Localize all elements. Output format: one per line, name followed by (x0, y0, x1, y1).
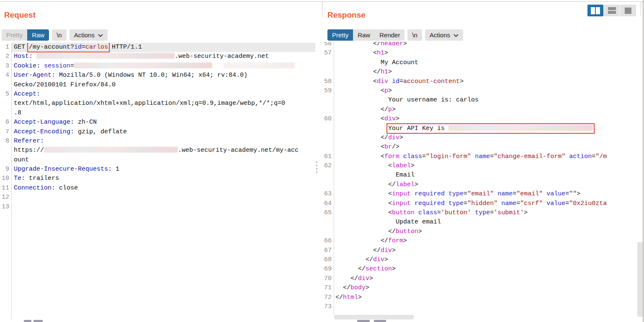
request-tab-pretty[interactable]: Pretty (2, 29, 27, 41)
response-search-button-2[interactable] (374, 320, 386, 322)
request-search-button[interactable] (24, 320, 31, 322)
response-tab-pretty[interactable]: Pretty (327, 29, 353, 41)
code-line-text[interactable]: </label> (334, 180, 640, 190)
code-line-text[interactable]: Upgrade-Insecure-Requests: 1 (11, 165, 315, 174)
code-line-text[interactable]: <label> (334, 161, 640, 171)
code-line-text[interactable]: Connection: close (11, 184, 315, 193)
code-token: > (577, 190, 580, 197)
code-line-text[interactable]: <form class="login-form" name="change-em… (334, 152, 640, 161)
code-line-text[interactable]: </button> (334, 227, 640, 236)
code-line-text[interactable]: .8 (11, 109, 315, 118)
code-line-text[interactable]: User-Agent: Mozilla/5.0 (Windows NT 10.0… (11, 71, 315, 80)
code-line: <br/> (322, 143, 640, 152)
code-token: type (475, 209, 490, 216)
code-token: class (418, 209, 437, 216)
response-tab-render[interactable]: Render (375, 29, 404, 41)
code-line-text[interactable]: </h1> (334, 68, 640, 77)
code-line-text[interactable]: Referer: (11, 137, 315, 146)
line-number (0, 80, 11, 90)
response-horizontal-scrollbar[interactable] (334, 315, 414, 319)
code-line-text[interactable]: </body> (334, 283, 640, 293)
split-columns-view-button[interactable] (587, 5, 603, 16)
request-editor[interactable]: 1GET /my-account?id=carlos HTTP/1.12Host… (0, 43, 315, 319)
code-token: h1 (381, 68, 388, 75)
code-line-text[interactable]: </html> (334, 293, 640, 302)
response-vertical-scrollbar[interactable] (637, 242, 643, 317)
response-search-button[interactable] (357, 320, 370, 322)
code-line-text[interactable]: Email (334, 171, 640, 180)
code-token: .web-security-academy.net (175, 53, 269, 60)
code-line-text[interactable]: Cookie: session= (11, 62, 315, 71)
code-token: 'submit' (494, 209, 524, 216)
code-line-text[interactable]: Gecko/20100101 Firefox/84.0 (11, 80, 315, 90)
response-tab-raw[interactable]: Raw (353, 29, 375, 41)
code-line-text[interactable]: <p> (334, 86, 640, 96)
code-token: id (74, 44, 82, 51)
code-line-text[interactable]: <button class='button' type='submit'> (334, 208, 640, 218)
code-token: </ (335, 284, 350, 291)
right-edge-border (643, 0, 644, 322)
code-line-text[interactable]: Te: trailers (11, 174, 315, 183)
response-actions-button[interactable]: Actions (425, 29, 463, 41)
code-line-text[interactable]: </section> (334, 265, 640, 274)
code-line-text[interactable] (334, 302, 640, 312)
code-line-text[interactable]: Accept: (11, 90, 315, 99)
line-number: 73 (322, 302, 334, 312)
split-rows-view-button[interactable] (604, 5, 620, 16)
request-actions-button[interactable]: Actions (70, 29, 108, 41)
code-line-text[interactable]: </div> (334, 246, 640, 255)
code-line-text[interactable]: </div> (334, 255, 640, 265)
request-search-button-2[interactable] (33, 320, 43, 322)
line-number (322, 180, 334, 190)
code-line-text[interactable] (11, 203, 315, 212)
response-newline-toggle[interactable]: \n (407, 29, 422, 41)
code-line: 11Connection: close (0, 184, 315, 193)
response-editor[interactable]: 56 </header>57 <h1> My Account </h1>58 <… (322, 42, 640, 314)
line-number (0, 99, 11, 108)
code-line-text[interactable]: </div> (334, 133, 640, 143)
code-line-text[interactable]: Accept-Language: zh-CN (11, 118, 315, 127)
code-line: 70 </div> (322, 274, 640, 283)
panel-splitter[interactable] (315, 161, 318, 175)
code-line-text[interactable]: <br/> (334, 143, 640, 152)
code-line-text[interactable]: Host: .web-security-academy.net (11, 52, 315, 61)
code-line-text[interactable]: </div> (334, 274, 640, 283)
code-token: = (516, 200, 520, 207)
code-token: https:// (14, 147, 44, 154)
single-panel-view-button[interactable] (620, 5, 636, 16)
request-gutter-divider (11, 43, 12, 319)
line-number: 7 (0, 127, 11, 137)
code-line-text[interactable]: GET /my-account?id=carlos HTTP/1.1 (11, 43, 315, 52)
code-line-text[interactable]: </p> (334, 105, 640, 114)
code-line-text[interactable]: text/html,application/xhtml+xml,applicat… (11, 99, 315, 108)
code-line-text[interactable]: </form> (334, 236, 640, 246)
line-number (322, 133, 334, 143)
code-line: 6Accept-Language: zh-CN (0, 118, 315, 127)
code-line-text[interactable]: Your API Key is (334, 124, 640, 133)
code-line-text[interactable]: ount (11, 156, 315, 165)
code-line: Your username is: carlos (322, 96, 640, 105)
code-line-text[interactable] (11, 193, 315, 202)
code-line-text[interactable]: https://.web-security-academy.net/my-acc (11, 146, 315, 155)
code-line-text[interactable]: My Account (334, 58, 640, 68)
code-line-text[interactable]: </header> (334, 42, 640, 49)
code-token: = (422, 153, 426, 160)
code-token: > (384, 49, 388, 57)
request-newline-toggle[interactable]: \n (52, 29, 67, 41)
code-line-text[interactable]: <input required type="email" name="email… (334, 190, 640, 199)
code-line-text[interactable]: Your username is: carlos (334, 96, 640, 105)
request-tab-raw[interactable]: Raw (27, 29, 49, 41)
code-line-text[interactable]: <div> (334, 114, 640, 124)
code-line-text[interactable]: <input required type="hidden" name="csrf… (334, 199, 640, 208)
code-token: > (403, 42, 407, 47)
code-line-text[interactable]: Update email (334, 218, 640, 227)
code-token: ount (14, 156, 29, 164)
redacted-text (74, 62, 212, 68)
code-token: div (388, 134, 399, 141)
line-number (322, 96, 334, 105)
code-line-text[interactable]: Accept-Encoding: gzip, deflate (11, 127, 315, 137)
redacted-text (44, 147, 178, 153)
code-line-text[interactable]: <div id=account-content> (334, 77, 640, 86)
code-line-text[interactable]: <h1> (334, 49, 640, 58)
request-panel: Request Pretty Raw \n Actions 1GET /my-a… (0, 0, 316, 322)
